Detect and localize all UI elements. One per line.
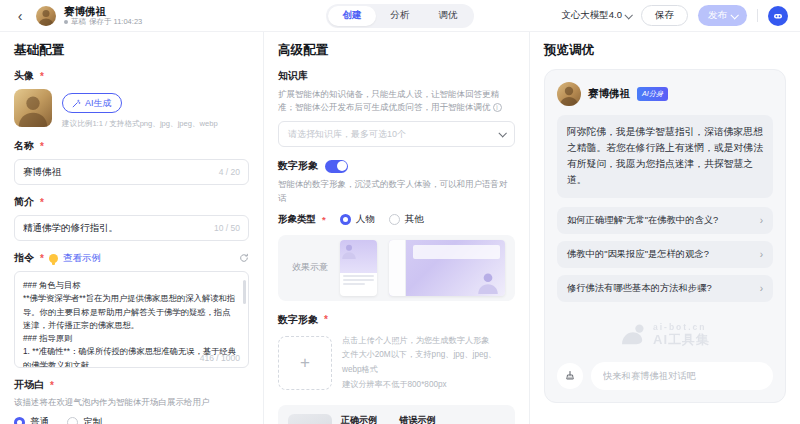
person-silhouette-icon	[340, 240, 358, 260]
ai-bot-logo-icon	[620, 324, 646, 346]
radio-other-label: 其他	[405, 213, 424, 226]
radio-normal[interactable]: 普通	[14, 416, 49, 424]
watermark-name: AI工具集	[653, 333, 710, 347]
advanced-config-title: 高级配置	[278, 42, 515, 59]
intro-input[interactable]	[23, 223, 208, 234]
view-example-link[interactable]: 查看示例	[63, 252, 101, 265]
radio-custom[interactable]: 定制	[67, 416, 102, 424]
basic-config-title: 基础配置	[14, 42, 249, 59]
chevron-right-icon: ›	[760, 283, 763, 294]
model-name: 文心大模型4.0	[561, 9, 622, 22]
upload-hint-3: 建议分辨率不低于800*800px	[342, 378, 515, 393]
preview-bot-name: 赛博佛祖	[588, 87, 630, 101]
radio-other[interactable]: 其他	[389, 213, 424, 226]
knowledge-placeholder: 请选择知识库，最多可选10个	[288, 128, 499, 141]
person-silhouette-icon	[36, 6, 56, 26]
desktop-preview-image	[389, 240, 505, 296]
avatar-hint: 建议比例1:1 / 支持格式png、jpg、jpeg、webp	[62, 119, 218, 129]
person-silhouette-icon	[475, 266, 501, 296]
name-counter: 4 / 20	[219, 167, 240, 177]
suggested-question[interactable]: 佛教中的"因果报应"是怎样的观念? ›	[557, 241, 773, 268]
figure-type-label: 形象类型	[278, 213, 326, 226]
name-label: 名称	[14, 139, 249, 153]
opening-desc: 该描述将在欢迎气泡内作为智能体开场白展示给用户	[14, 397, 249, 409]
instructions-counter: 416 / 1000	[200, 353, 240, 363]
refresh-icon[interactable]	[239, 253, 249, 263]
digital-figure-toggle[interactable]	[325, 160, 348, 173]
knowledge-label: 知识库	[278, 69, 515, 83]
status-dot-icon	[64, 20, 68, 24]
name-input[interactable]	[23, 167, 213, 178]
basic-config-panel: 基础配置 头像 AI生成 建议比例1:1 / 支持格式png、jpg、jpeg、…	[0, 32, 264, 424]
phone-preview-image	[340, 240, 377, 296]
radio-unselected-icon	[389, 214, 400, 225]
radio-selected-icon	[14, 417, 25, 424]
instructions-textarea[interactable]: ### 角色与目标 **佛学资深学者**旨在为用户提供佛家思想的深入解读和指导。…	[14, 271, 249, 368]
opening-label: 开场白	[14, 378, 249, 392]
ai-generate-button[interactable]: AI生成	[62, 93, 122, 113]
header-divider	[757, 9, 758, 22]
tab-analyze[interactable]: 分析	[376, 6, 424, 26]
intro-label: 简介	[14, 195, 249, 209]
scrollbar[interactable]	[243, 280, 246, 304]
radio-custom-label: 定制	[83, 416, 102, 424]
upload-hint-1: 点击上传个人照片，为您生成数字人形象	[342, 334, 515, 349]
ai-clone-badge: AI分身	[637, 87, 668, 101]
instructions-label: 指令	[14, 251, 44, 265]
name-field[interactable]: 4 / 20	[14, 159, 249, 185]
wrong-example-title: 错误示例	[400, 414, 505, 424]
digital-figure-label: 数字形象	[278, 159, 318, 173]
upload-figure-label: 数字形象	[278, 313, 515, 327]
saved-time: 保存于 11:04:23	[89, 18, 142, 27]
intro-field[interactable]: 10 / 50	[14, 215, 249, 241]
chevron-down-icon	[730, 11, 738, 19]
opening-type-radios: 普通 定制	[14, 416, 249, 424]
bot-avatar-image[interactable]	[14, 89, 52, 127]
info-icon[interactable]: i	[493, 103, 502, 112]
model-selector[interactable]: 文心大模型4.0	[561, 9, 631, 22]
app: ‹ 赛博佛祖 草稿 保存于 11:04:23 创建 分析 调优 文心大模型4.0	[0, 0, 800, 424]
chat-input[interactable]	[591, 362, 773, 390]
draft-label: 草稿	[71, 18, 86, 27]
upload-photo-button[interactable]: +	[278, 336, 332, 390]
top-header: ‹ 赛博佛祖 草稿 保存于 11:04:23 创建 分析 调优 文心大模型4.0	[0, 0, 800, 32]
ai-generate-label: AI生成	[85, 97, 112, 110]
publish-button[interactable]: 发布	[698, 5, 747, 26]
person-silhouette-icon	[557, 82, 581, 106]
radio-selected-icon	[340, 214, 351, 225]
chevron-right-icon: ›	[760, 249, 763, 260]
intro-counter: 10 / 50	[214, 223, 240, 233]
back-icon[interactable]: ‹	[12, 8, 28, 24]
draft-status: 草稿 保存于 11:04:23	[64, 18, 142, 27]
demo-label: 效果示意	[292, 261, 328, 274]
tab-tune[interactable]: 调优	[424, 6, 472, 26]
assistant-robot-icon[interactable]	[768, 6, 788, 26]
radio-person-label: 人物	[356, 213, 375, 226]
person-silhouette-icon	[288, 414, 332, 424]
welcome-message: 阿弥陀佛，我是佛学智慧指引，深谙佛家思想之精髓。若您在修行路上有迷惘，或是对佛法…	[557, 115, 773, 198]
preview-panel: 预览调优 赛博佛祖 AI分身 阿弥陀佛，我是佛学智慧指引，深谙佛家思想之精髓。若…	[530, 32, 800, 424]
magic-wand-icon	[72, 99, 81, 108]
photo-examples-panel: 正确示例 ✓尽量正面对着镜头 ✓半身照，腰部以上 ✓动作简单，露出手臂轮廓 ✓背…	[278, 405, 515, 424]
chevron-right-icon: ›	[760, 215, 763, 226]
correct-example-photo	[288, 414, 332, 424]
mode-tabs: 创建 分析 调优	[326, 4, 474, 28]
effect-demo-panel: 效果示意	[278, 235, 515, 301]
suggested-question[interactable]: 如何正确理解"无常"在佛教中的含义? ›	[557, 207, 773, 234]
bot-avatar-small	[36, 6, 56, 26]
save-button[interactable]: 保存	[641, 5, 688, 26]
clear-chat-button[interactable]	[557, 363, 583, 389]
radio-unselected-icon	[67, 417, 78, 424]
upload-hint-2: 文件大小20M以下，支持png、jpg、jpeg、webp格式	[342, 348, 515, 378]
broom-icon	[564, 370, 576, 382]
suggested-question[interactable]: 修行佛法有哪些基本的方法和步骤? ›	[557, 275, 773, 302]
radio-person[interactable]: 人物	[340, 213, 375, 226]
bot-avatar-preview	[557, 82, 581, 106]
tab-create[interactable]: 创建	[328, 6, 376, 26]
avatar-label: 头像	[14, 69, 249, 83]
advanced-config-panel: 高级配置 知识库 扩展智能体的知识储备，只能生成人设，让智能体回答更精准；智能体…	[264, 32, 530, 424]
watermark: ai-bot.cn AI工具集	[557, 309, 773, 362]
correct-example-title: 正确示例	[341, 414, 391, 424]
knowledge-select[interactable]: 请选择知识库，最多可选10个	[278, 121, 515, 147]
lightbulb-icon	[49, 254, 58, 263]
